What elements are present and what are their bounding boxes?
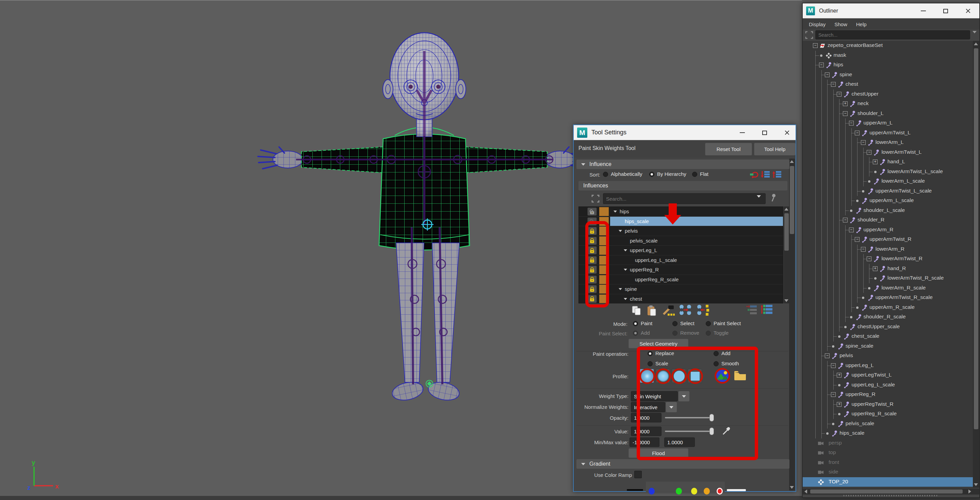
use-color-ramp-checkbox[interactable] (634, 471, 642, 478)
outliner-row[interactable]: shoulder_L_scale (803, 206, 979, 216)
tool-settings-titlebar[interactable]: M Tool Settings (574, 125, 795, 140)
paint-select-add-radio[interactable]: Add (633, 330, 650, 336)
influence-color-swatch[interactable] (599, 256, 609, 265)
show-influenced-verts-icon[interactable] (746, 305, 757, 315)
move-influence-up-icon[interactable] (772, 170, 782, 179)
minimize-button[interactable] (737, 127, 748, 138)
collapse-icon[interactable]: − (843, 218, 848, 222)
outliner-row[interactable]: hips_scale (803, 429, 979, 438)
maximize-button[interactable] (940, 6, 951, 16)
influence-color-swatch[interactable] (599, 285, 609, 294)
outliner-row[interactable]: −shoulder_R (803, 215, 979, 225)
outliner-row[interactable]: +upperLegTwist_L (803, 370, 979, 380)
brush-image-button[interactable] (715, 369, 730, 383)
expand-icon[interactable]: + (837, 402, 842, 407)
collapse-icon[interactable]: − (861, 140, 865, 145)
lock-toggle[interactable] (587, 227, 597, 235)
influence-row[interactable]: chest (579, 294, 783, 304)
outliner-row[interactable]: −upperArm_L (803, 118, 979, 128)
weight-type-dropdown[interactable]: Skin Weight (631, 391, 678, 402)
brush-square-button[interactable] (688, 369, 702, 383)
expand-triangle-icon[interactable] (624, 249, 627, 251)
collapse-icon[interactable]: − (819, 63, 824, 67)
opacity-field[interactable]: 1.0000 (631, 413, 662, 422)
expand-triangle-icon[interactable] (624, 298, 627, 300)
outliner-row[interactable]: lowerArm_R_scale (803, 283, 979, 293)
lock-toggle[interactable] (587, 256, 597, 264)
filter-icon[interactable] (805, 31, 813, 39)
brush-solid-button[interactable] (672, 369, 686, 383)
outliner-row[interactable]: −upperArm_R (803, 225, 979, 235)
outliner-vscrollbar[interactable] (973, 41, 979, 488)
collapse-icon[interactable]: − (843, 111, 848, 116)
brush-soft-button[interactable] (656, 369, 670, 383)
menu-help[interactable]: Help (856, 21, 867, 27)
ramp-color-handle[interactable] (676, 488, 682, 495)
influence-row[interactable]: upperLeg_L (579, 246, 783, 256)
paint-op-add-radio[interactable]: Add (714, 350, 730, 356)
mode-select-radio[interactable]: Select (672, 321, 695, 327)
outliner-row[interactable]: chest_scale (803, 332, 979, 341)
copy-weights-icon[interactable] (631, 305, 643, 316)
influence-color-swatch[interactable] (599, 275, 609, 284)
outliner-row[interactable]: persp (803, 438, 979, 448)
lock-toggle[interactable] (587, 217, 597, 225)
expand-icon[interactable]: + (873, 266, 878, 271)
outliner-row[interactable]: lowerArmTwist_L_scale (803, 167, 979, 177)
reset-tool-button[interactable]: Reset Tool (705, 143, 752, 156)
influence-color-swatch[interactable] (599, 237, 609, 245)
lock-toggle[interactable] (587, 208, 597, 216)
sort-alphabetically-radio[interactable]: Alphabetically (603, 171, 643, 177)
eyedropper-icon[interactable] (722, 426, 732, 435)
lock-toggle[interactable] (587, 276, 597, 284)
outliner-row[interactable]: −upperLeg_L (803, 361, 979, 371)
ramp-color-handle[interactable] (704, 488, 710, 495)
influence-color-swatch[interactable] (599, 295, 609, 303)
paint-op-smooth-radio[interactable]: Smooth (714, 360, 739, 367)
outliner-row[interactable]: −chestUpper (803, 89, 979, 99)
ramp-color-handle[interactable] (717, 488, 723, 495)
outliner-row[interactable]: pelvis_scale (803, 419, 979, 429)
collapse-icon[interactable]: − (831, 363, 836, 368)
outliner-row[interactable]: side (803, 467, 979, 477)
outliner-row[interactable]: −shoulder_L (803, 109, 979, 119)
influence-color-swatch[interactable] (599, 217, 609, 226)
collapse-icon[interactable]: − (861, 247, 865, 252)
flood-button[interactable]: Flood (628, 448, 688, 458)
normalize-weights-dropdown[interactable]: Interactive (631, 402, 665, 412)
influence-color-swatch[interactable] (599, 207, 609, 216)
pin-icon[interactable] (769, 193, 777, 202)
influence-color-swatch[interactable] (599, 246, 609, 255)
influence-list-scrollbar[interactable] (784, 206, 789, 303)
outliner-row[interactable]: −upperReg_R (803, 390, 979, 400)
paint-op-scale-radio[interactable]: Scale (648, 360, 668, 367)
outliner-row[interactable]: −hips (803, 60, 979, 70)
close-button[interactable] (782, 127, 792, 138)
lock-toggle[interactable] (587, 295, 597, 303)
collapse-icon[interactable]: − (825, 73, 830, 77)
select-geometry-button[interactable]: Select Geometry (628, 339, 688, 348)
outliner-titlebar[interactable]: M Outliner (803, 3, 979, 18)
paint-select-toggle-radio[interactable]: Toggle (706, 330, 729, 336)
outliner-row[interactable]: +neck (803, 99, 979, 109)
menu-display[interactable]: Display (809, 21, 826, 27)
outliner-row[interactable]: −lowerArmTwist_L (803, 148, 979, 157)
paste-weights-icon[interactable] (646, 305, 657, 316)
show-influence-list-icon[interactable] (761, 304, 773, 315)
outliner-row[interactable]: upperLeg_L_scale (803, 380, 979, 390)
filter-icon[interactable] (592, 195, 600, 203)
expand-triangle-icon[interactable] (619, 288, 622, 290)
lock-toggle[interactable] (587, 246, 597, 254)
browse-profile-folder-icon[interactable] (733, 370, 746, 381)
move-influence-down-icon[interactable] (761, 170, 770, 179)
hammer-weights-icon[interactable] (662, 305, 675, 316)
value-field[interactable]: 1.0000 (631, 427, 662, 436)
maximize-button[interactable] (759, 127, 770, 138)
collapse-icon[interactable]: − (849, 227, 854, 232)
ramp-color-handle[interactable] (649, 488, 655, 495)
collapse-icon[interactable]: − (831, 392, 836, 397)
opacity-slider[interactable] (665, 414, 714, 421)
influence-section-header[interactable]: Influence (576, 160, 789, 169)
outliner-row[interactable]: +upperRegTwist_R (803, 400, 979, 410)
minimize-button[interactable] (918, 6, 929, 16)
